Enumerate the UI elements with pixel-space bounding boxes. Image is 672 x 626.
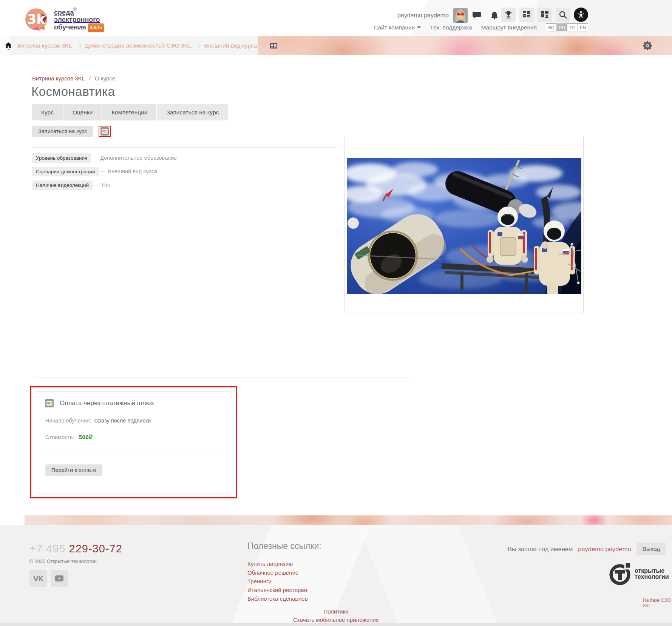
main-content: Витрина курсов 3KL / О курсе Космонавтик… [0,55,672,515]
lang-bg-button[interactable]: BG [546,23,556,31]
decorative-band [25,515,672,525]
tab-grades[interactable]: Оценки [63,104,102,120]
useful-links: Полезные ссылки: Купить лицензию Облачно… [247,541,321,603]
version-badge: 4.5.7a [88,23,104,32]
tab-competencies[interactable]: Компетенции [102,104,156,120]
divider [35,378,412,378]
dash [93,185,99,185]
course-image-panel [344,136,584,313]
open-technologies-brand: открытые технологии [609,562,669,586]
detail-label: Наличие видеолекций [32,180,93,190]
detail-value: Внешний вид курса [108,168,158,174]
gear-icon [643,41,652,51]
tab-course[interactable]: Курс [32,104,63,120]
vk-button[interactable]: VK [29,570,47,587]
search-button[interactable] [556,8,570,22]
payment-title: Оплата через платежный шлюз [60,399,154,407]
page: 3k ® среда электронного обучения4.5.7a p… [0,0,672,626]
accessibility-icon [576,10,585,19]
grid-user-icon [541,11,549,19]
course-tabs: Курс Оценки Компетенции Записаться на ку… [32,104,228,120]
payment-card: Оплата через платежный шлюз Начало обуче… [36,391,231,493]
breadcrumb-item-demo[interactable]: Демонстрация возможностей СЭО 3KL [85,42,192,49]
enrol-row: Записаться на курс [32,126,111,137]
link-scenario-library[interactable]: Библиотека сценариев [247,594,321,603]
bell-icon [491,11,498,20]
phone-number-link[interactable]: 229-30-72 [69,543,122,555]
youtube-button[interactable] [51,570,68,587]
chevron-down-icon [417,26,421,29]
user-menu: paydemo paydemo [397,8,498,23]
payment-gateway-icon[interactable] [100,127,109,136]
link-trainings[interactable]: Тренинги [247,577,321,586]
tab-enrol[interactable]: Записаться на курс [157,104,228,120]
accessibility-button[interactable] [574,8,588,22]
page-breadcrumb-showcase-link[interactable]: Витрина курсов 3KL [32,75,85,82]
header: 3k ® среда электронного обучения4.5.7a p… [0,0,672,36]
header-nav: Сайт компании Тех. поддержка Маршрут вне… [374,23,588,31]
pay-button[interactable]: Перейти к оплате [45,464,102,476]
powered-by-link[interactable]: На базе СЭО 3KL [643,598,672,608]
policies-link[interactable]: Политики [323,608,348,615]
company-site-link[interactable]: Сайт компании [374,24,421,31]
logo-link[interactable]: 3k ® среда электронного обучения4.5.7a [25,2,104,32]
achievements-button[interactable] [501,8,516,22]
policies-row: Политики [0,608,672,615]
divider [486,10,486,21]
footer: +7 495 229-30-72 © 2025 Открытые техноло… [0,525,672,623]
mobile-app-link[interactable]: Скачать мобильное приложение [293,617,379,623]
breadcrumb-home[interactable] [0,36,12,55]
logged-in-text: Вы зашли под именем [508,546,573,553]
logout-button[interactable]: Выход [636,543,666,555]
lang-tg-button[interactable]: TG [567,23,578,31]
enrol-button[interactable]: Записаться на курс [32,126,93,137]
settings-gear-button[interactable] [643,41,652,52]
user-name-link[interactable]: paydemo paydemo [397,12,449,19]
3kl-logo-icon: 3k [25,6,49,31]
breadcrumb-bar: Витрина курсов 3KL Демонстрация возможно… [0,36,672,55]
page-title: Космонавтика [31,85,115,99]
course-image [347,158,581,294]
breadcrumb-item-showcase[interactable]: Витрина курсов 3KL [17,42,72,49]
avatar[interactable] [453,8,468,23]
social-buttons: VK [29,570,68,587]
page-breadcrumb: Витрина курсов 3KL / О курсе [32,75,115,82]
cost-value: 500₽ [79,434,93,440]
blocks-button[interactable] [519,8,534,22]
svg-text:3k: 3k [27,11,45,27]
breadcrumb-item-course-view[interactable]: Внешний вид курса [204,42,257,49]
link-cloud-solution[interactable]: Облачное решение [247,568,321,577]
search-icon [559,11,567,19]
phone-prefix: +7 495 [29,543,66,555]
logged-in-user-link[interactable]: paydemo paydemo [578,546,631,553]
vk-icon: VK [33,575,43,583]
implementation-route-link[interactable]: Маршрут внедрения [481,24,537,31]
bottom-strip [0,623,672,626]
breadcrumb: Витрина курсов 3KL Демонстрация возможно… [17,42,277,49]
grid-icon [522,11,531,19]
login-info: Вы зашли под именем paydemo paydemo Выхо… [508,543,666,555]
notifications-button[interactable] [491,11,498,20]
mobile-app-row: Скачать мобильное приложение [0,617,672,623]
open-technologies-logo-icon [609,562,632,586]
annotation-box-payment-card: Оплата через платежный шлюз Начало обуче… [30,386,237,498]
trophy-icon [504,11,513,19]
messages-button[interactable] [472,11,481,20]
tech-support-link[interactable]: Тех. поддержка [430,24,472,31]
link-italian-restaurant[interactable]: Итальянский ресторан [247,586,321,594]
profile-blocks-button[interactable] [538,8,552,22]
divider [32,147,337,148]
detail-value: Дополнительное образование [100,155,177,161]
breadcrumb-area: Витрина курсов 3KL Демонстрация возможно… [0,36,258,55]
chat-icon [472,11,481,20]
detail-label: Сценарии демонстраций [32,167,99,176]
lang-ru-button[interactable]: RU [556,23,567,31]
course-details: Уровень образования Дополнительное образ… [32,153,177,194]
link-buy-license[interactable]: Купить лицензию [247,560,321,568]
dash [92,158,97,158]
dash [100,171,105,172]
lang-en-button[interactable]: EN [578,23,588,31]
divider [45,455,222,455]
breadcrumb-separator: / [89,75,91,82]
language-switcher: BG RU TG EN [546,23,588,31]
